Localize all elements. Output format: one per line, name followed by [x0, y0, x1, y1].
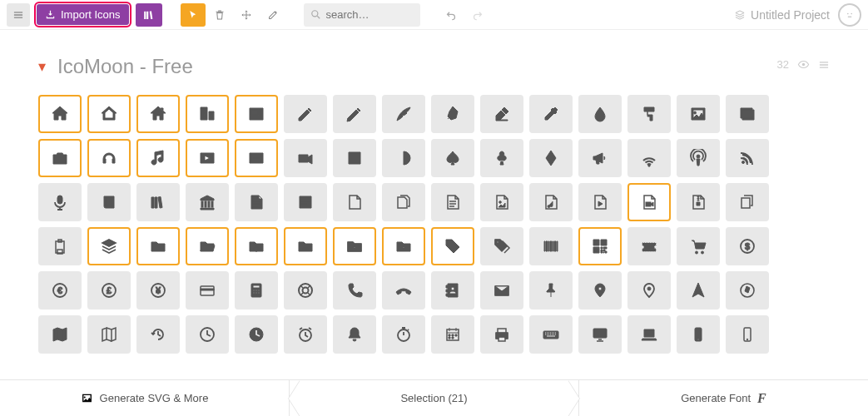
icon-cell-diamonds[interactable] — [529, 139, 573, 177]
icon-cell-book[interactable] — [87, 183, 131, 221]
icon-cell-music[interactable] — [136, 139, 180, 177]
icon-cell-clock2[interactable] — [235, 315, 278, 354]
icon-cell-stack[interactable] — [87, 227, 131, 265]
move-tool[interactable] — [234, 3, 259, 27]
icon-cell-bell[interactable] — [333, 315, 376, 354]
icon-cell-file-music[interactable] — [529, 183, 573, 221]
icon-cell-history[interactable] — [136, 315, 180, 354]
icon-cell-barcode[interactable] — [529, 227, 573, 265]
icon-cell-compass[interactable] — [677, 271, 720, 310]
icon-cell-office[interactable] — [186, 95, 229, 133]
icon-cell-address-book[interactable] — [431, 271, 474, 310]
feedback-button[interactable] — [838, 3, 861, 27]
icon-cell-paint-format[interactable] — [627, 95, 671, 133]
icon-cell-file-video[interactable] — [627, 183, 671, 221]
icon-cell-bullhorn[interactable] — [578, 139, 622, 177]
icon-cell-quill[interactable] — [382, 95, 425, 133]
icon-cell-library[interactable] — [186, 183, 229, 221]
icon-cell-coin-dollar[interactable] — [726, 227, 769, 265]
icon-cell-ticket[interactable] — [627, 227, 671, 265]
icon-cell-file-text[interactable] — [235, 183, 278, 221]
icon-cell-coin-pound[interactable] — [87, 271, 131, 310]
icon-cell-phone[interactable] — [333, 271, 376, 310]
icon-cell-folder-minus[interactable] — [284, 227, 327, 265]
icon-cell-home2[interactable] — [87, 95, 131, 133]
icon-cell-image[interactable] — [677, 95, 720, 133]
icon-cell-mobile[interactable] — [677, 315, 720, 354]
icon-cell-camera[interactable] — [38, 139, 82, 177]
icon-cell-stopwatch[interactable] — [382, 315, 425, 354]
icon-cell-folder-open[interactable] — [186, 227, 229, 265]
icon-cell-feed[interactable] — [726, 139, 769, 177]
icon-cell-coin-yen[interactable] — [136, 271, 180, 310]
icon-cell-folder-upload[interactable] — [382, 227, 425, 265]
icon-cell-credit-card[interactable] — [186, 271, 229, 310]
icon-cell-mobile2[interactable] — [726, 315, 769, 354]
icon-cell-file-text2[interactable] — [431, 183, 474, 221]
menu-button[interactable] — [7, 3, 30, 27]
icon-cell-pencil[interactable] — [284, 95, 327, 133]
icon-cell-pen[interactable] — [431, 95, 474, 133]
icon-cell-podcast[interactable] — [677, 139, 720, 177]
icon-cell-pencil2[interactable] — [333, 95, 376, 133]
icon-cell-profile[interactable] — [284, 183, 327, 221]
icon-cell-cart[interactable] — [677, 227, 720, 265]
icon-cell-map2[interactable] — [87, 315, 131, 354]
icon-cell-location[interactable] — [578, 271, 622, 310]
icon-cell-calendar[interactable] — [431, 315, 474, 354]
icon-cell-blog[interactable] — [480, 95, 523, 133]
icon-cell-books[interactable] — [136, 183, 180, 221]
icon-cell-clock[interactable] — [186, 315, 229, 354]
icon-cell-alarm[interactable] — [284, 315, 327, 354]
icon-cell-pushpin[interactable] — [529, 271, 573, 310]
icon-cell-connection[interactable] — [627, 139, 671, 177]
icon-cell-files-empty[interactable] — [382, 183, 425, 221]
icon-cell-home3[interactable] — [136, 95, 180, 133]
set-menu-icon[interactable] — [818, 59, 830, 71]
eye-icon[interactable] — [797, 58, 810, 71]
icon-cell-paste[interactable] — [38, 227, 82, 265]
edit-tool[interactable] — [260, 3, 285, 27]
icon-cell-qrcode[interactable] — [578, 227, 622, 265]
icon-cell-folder-download[interactable] — [333, 227, 376, 265]
icon-cell-file-play[interactable] — [578, 183, 622, 221]
generate-svg-tab[interactable]: Generate SVG & More — [0, 380, 289, 416]
icon-cell-file-picture[interactable] — [480, 183, 523, 221]
icon-cell-video-camera[interactable] — [284, 139, 327, 177]
icon-library-button[interactable] — [136, 3, 162, 27]
icon-cell-map[interactable] — [38, 315, 82, 354]
icon-cell-droplet[interactable] — [578, 95, 622, 133]
icon-cell-file-zip[interactable] — [677, 183, 720, 221]
generate-font-tab[interactable]: Generate Font F — [579, 380, 868, 416]
icon-cell-lifebuoy[interactable] — [284, 271, 327, 310]
icon-cell-home[interactable] — [38, 95, 82, 133]
icon-cell-spades[interactable] — [431, 139, 474, 177]
import-icons-button[interactable]: Import Icons — [37, 4, 129, 25]
icon-cell-phone-hang-up[interactable] — [382, 271, 425, 310]
search-input[interactable] — [326, 8, 409, 21]
icon-cell-keyboard[interactable] — [529, 315, 573, 354]
icon-cell-file-empty[interactable] — [333, 183, 376, 221]
icon-set-header[interactable]: ▾ IcoMoon - Free 32 — [38, 55, 830, 78]
icon-cell-laptop[interactable] — [627, 315, 671, 354]
icon-cell-images[interactable] — [726, 95, 769, 133]
select-tool[interactable] — [181, 3, 206, 27]
icon-cell-compass2[interactable] — [726, 271, 769, 310]
project-selector[interactable]: Untitled Project — [734, 8, 830, 22]
icon-cell-location2[interactable] — [627, 271, 671, 310]
icon-cell-play[interactable] — [186, 139, 229, 177]
icon-cell-calculator[interactable] — [235, 271, 278, 310]
delete-tool[interactable] — [207, 3, 232, 27]
icon-cell-pacman[interactable] — [382, 139, 425, 177]
search-box[interactable] — [304, 3, 420, 27]
icon-cell-clubs[interactable] — [480, 139, 523, 177]
icon-cell-display[interactable] — [578, 315, 622, 354]
undo-button[interactable] — [439, 3, 464, 27]
icon-cell-eyedropper[interactable] — [529, 95, 573, 133]
icon-cell-folder[interactable] — [136, 227, 180, 265]
icon-cell-headphones[interactable] — [87, 139, 131, 177]
icon-cell-dice[interactable] — [333, 139, 376, 177]
icon-cell-price-tag[interactable] — [431, 227, 474, 265]
icon-cell-folder-plus[interactable] — [235, 227, 278, 265]
icon-cell-coin-euro[interactable] — [38, 271, 82, 310]
